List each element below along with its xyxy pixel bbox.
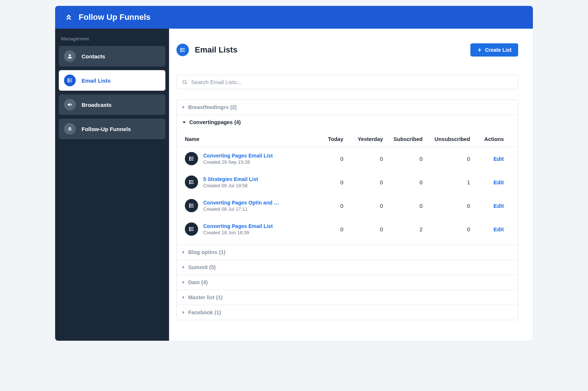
group-body: NameTodayYesterdaySubscribedUnsubscribed… xyxy=(177,130,518,245)
megaphone-icon xyxy=(64,99,76,111)
edit-link[interactable]: Edit xyxy=(470,156,510,162)
cell-subscribed: 2 xyxy=(383,226,423,232)
created-text: Created 09 Jul 19:58 xyxy=(203,183,258,188)
name-cell: Converting Pages Email ListCreated 29 Se… xyxy=(185,152,304,165)
create-list-label: Create List xyxy=(485,47,512,53)
svg-point-28 xyxy=(189,183,190,184)
list-icon xyxy=(185,152,198,165)
svg-point-20 xyxy=(189,157,190,158)
group-label: Summit (5) xyxy=(188,264,216,270)
list-name-link[interactable]: Converting Pages Email List xyxy=(203,223,273,229)
group-label: Facebook (1) xyxy=(188,309,221,315)
name-cell: 5 Strategies Email ListCreated 09 Jul 19… xyxy=(185,175,304,189)
sidebar-item-label: Contacts xyxy=(82,53,105,59)
sidebar-item-label: Broadcasts xyxy=(82,102,112,108)
sidebar: Management Contacts Email Lists Broadcas… xyxy=(55,29,169,341)
group-header[interactable]: Summit (5) xyxy=(177,260,518,275)
create-list-button[interactable]: Create List xyxy=(470,43,518,57)
svg-point-0 xyxy=(69,54,71,56)
cell-subscribed: 0 xyxy=(383,203,423,209)
edit-link[interactable]: Edit xyxy=(470,203,510,209)
group-header[interactable]: Breastfeedingrx (2) xyxy=(177,100,518,115)
cell-subscribed: 0 xyxy=(383,179,423,185)
name-cell: Converting Pages Optin and Pay…Created 0… xyxy=(185,199,304,212)
groups-panel: Breastfeedingrx (2)Convertingpages (4)Na… xyxy=(176,99,518,320)
cell-yesterday: 0 xyxy=(343,156,383,162)
group-header[interactable]: Dam (4) xyxy=(177,275,518,290)
sidebar-item-broadcasts[interactable]: Broadcasts xyxy=(59,94,165,115)
chevrons-up-icon xyxy=(65,13,73,21)
search-icon xyxy=(182,79,187,85)
sidebar-item-followup-funnels[interactable]: Follow-Up Funnels xyxy=(59,119,165,139)
svg-line-16 xyxy=(186,83,187,84)
sidebar-item-label: Email Lists xyxy=(82,77,111,84)
list-name-link[interactable]: 5 Strategies Email List xyxy=(203,176,258,182)
col-unsubscribed: Unsubscribed xyxy=(423,136,470,142)
group-header[interactable]: Blog optins (1) xyxy=(177,245,518,260)
list-icon xyxy=(176,44,189,56)
edit-link[interactable]: Edit xyxy=(470,226,510,232)
svg-point-32 xyxy=(189,204,190,204)
caret-right-icon xyxy=(183,281,184,284)
list-icon xyxy=(185,199,198,212)
search-box[interactable] xyxy=(176,75,518,89)
cell-yesterday: 0 xyxy=(343,179,383,185)
plus-icon xyxy=(477,47,482,53)
search-input[interactable] xyxy=(191,79,513,85)
svg-point-26 xyxy=(189,180,190,181)
cell-today: 0 xyxy=(304,156,343,162)
group-header[interactable]: Convertingpages (4) xyxy=(177,115,518,130)
caret-down-icon xyxy=(183,122,186,123)
caret-right-icon xyxy=(183,311,184,314)
sidebar-section-label: Management xyxy=(59,33,165,46)
app-window: Follow Up Funnels Management Contacts Em… xyxy=(55,6,533,341)
cell-yesterday: 0 xyxy=(343,226,383,232)
col-name: Name xyxy=(185,136,304,142)
table-row: 5 Strategies Email ListCreated 09 Jul 19… xyxy=(177,170,518,194)
app-title: Follow Up Funnels xyxy=(79,12,151,22)
page-title-wrap: Email Lists xyxy=(176,44,237,56)
group-header[interactable]: Facebook (1) xyxy=(177,305,518,320)
sidebar-item-label: Follow-Up Funnels xyxy=(82,126,131,132)
svg-point-4 xyxy=(68,79,68,79)
svg-point-6 xyxy=(68,82,68,82)
list-name-link[interactable]: Converting Pages Email List xyxy=(203,153,273,159)
list-name-link[interactable]: Converting Pages Optin and Pay… xyxy=(203,200,280,206)
sidebar-item-contacts[interactable]: Contacts xyxy=(59,46,165,66)
list-icon xyxy=(185,222,198,236)
svg-point-5 xyxy=(68,80,68,81)
svg-point-11 xyxy=(180,50,181,50)
group-header[interactable]: Master list (1) xyxy=(177,290,518,305)
svg-point-22 xyxy=(189,160,190,160)
svg-point-40 xyxy=(189,230,190,231)
edit-link[interactable]: Edit xyxy=(470,179,510,185)
col-actions: Actions xyxy=(470,136,510,142)
group-label: Dam (4) xyxy=(188,279,208,285)
svg-point-33 xyxy=(189,205,190,206)
table-row: Converting Pages Optin and Pay…Created 0… xyxy=(177,194,518,217)
list-icon xyxy=(185,175,198,189)
svg-point-10 xyxy=(180,48,181,49)
col-yesterday: Yesterday xyxy=(343,136,383,142)
cell-unsubscribed: 0 xyxy=(423,156,470,162)
group-label: Blog optins (1) xyxy=(188,249,226,255)
sidebar-item-email-lists[interactable]: Email Lists xyxy=(59,70,165,91)
cell-today: 0 xyxy=(304,203,343,209)
col-today: Today xyxy=(304,136,343,142)
cell-subscribed: 0 xyxy=(383,156,423,162)
topbar: Follow Up Funnels xyxy=(55,6,533,29)
cell-today: 0 xyxy=(304,226,343,232)
svg-point-12 xyxy=(180,51,181,52)
name-cell: Converting Pages Email ListCreated 18 Ju… xyxy=(185,222,304,236)
table-row: Converting Pages Email ListCreated 18 Ju… xyxy=(177,217,518,241)
col-subscribed: Subscribed xyxy=(383,136,423,142)
cell-today: 0 xyxy=(304,179,343,185)
user-icon xyxy=(64,50,76,62)
svg-point-27 xyxy=(189,182,190,182)
group-label: Master list (1) xyxy=(188,294,222,300)
group-label: Convertingpages (4) xyxy=(189,119,241,125)
cell-unsubscribed: 0 xyxy=(423,226,470,232)
created-text: Created 18 Jun 16:39 xyxy=(203,230,273,235)
svg-point-21 xyxy=(189,158,190,159)
chevrons-up-icon xyxy=(64,123,76,135)
